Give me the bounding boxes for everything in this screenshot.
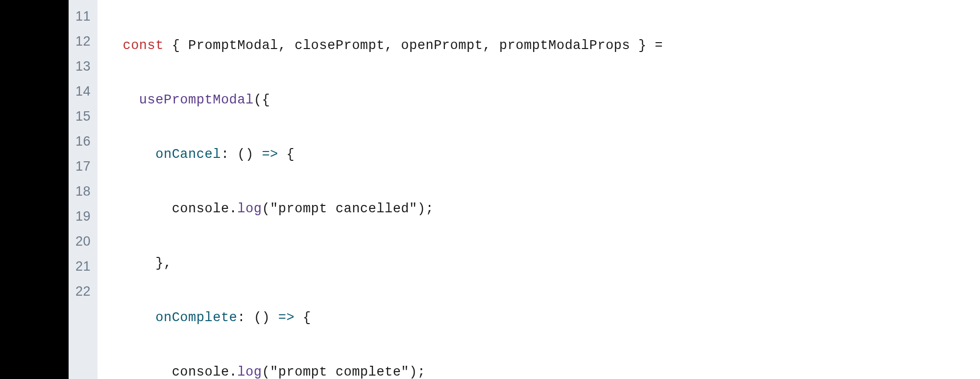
prop-name: onCancel — [155, 147, 221, 162]
code-line: console.log("prompt cancelled"); — [106, 197, 980, 222]
line-number: 20 — [75, 229, 91, 254]
line-number: 11 — [75, 4, 91, 29]
code-editor: 11 12 13 14 15 16 17 18 19 20 21 22 cons… — [69, 0, 980, 379]
code-line: console.log("prompt complete"); — [106, 360, 980, 379]
line-number-gutter: 11 12 13 14 15 16 17 18 19 20 21 22 — [69, 0, 98, 379]
code-text: { PromptModal, closePrompt, openPrompt, … — [164, 38, 655, 53]
code-line: onCancel: () => { — [106, 142, 980, 167]
indent — [106, 93, 139, 107]
code-text: : () — [237, 310, 278, 325]
code-text: { — [294, 310, 311, 325]
code-text: : () — [221, 147, 262, 162]
arrow-operator: => — [278, 310, 294, 325]
code-text: ("prompt complete"); — [262, 365, 425, 379]
function-name: usePromptModal — [139, 93, 254, 107]
line-number: 21 — [75, 254, 91, 279]
indent: console. — [106, 365, 237, 379]
function-name: log — [237, 365, 262, 379]
code-line: usePromptModal({ — [106, 88, 980, 113]
indent: console. — [106, 202, 237, 216]
line-number: 18 — [75, 179, 91, 204]
line-number: 16 — [75, 129, 91, 154]
keyword-const: const — [122, 38, 164, 53]
line-number: 14 — [75, 79, 91, 104]
line-number: 22 — [75, 279, 91, 304]
code-line: }, — [106, 251, 980, 276]
code-text: }, — [106, 256, 172, 271]
indent — [106, 310, 155, 325]
line-number: 12 — [75, 29, 91, 54]
code-text: ("prompt cancelled"); — [262, 202, 434, 216]
code-text: { — [278, 147, 294, 162]
code-content[interactable]: const { PromptModal, closePrompt, openPr… — [98, 0, 980, 379]
line-number: 13 — [75, 54, 91, 79]
indent — [106, 147, 155, 162]
operator-equals: = — [655, 38, 663, 53]
code-line: onComplete: () => { — [106, 305, 980, 330]
left-black-bar — [0, 0, 69, 379]
function-name: log — [237, 202, 262, 216]
code-text: ({ — [254, 93, 270, 107]
line-number: 15 — [75, 104, 91, 129]
line-number: 17 — [75, 154, 91, 179]
code-line: const { PromptModal, closePrompt, openPr… — [106, 33, 980, 58]
prop-name: onComplete — [155, 310, 237, 325]
arrow-operator: => — [262, 147, 278, 162]
line-number: 19 — [75, 204, 91, 229]
